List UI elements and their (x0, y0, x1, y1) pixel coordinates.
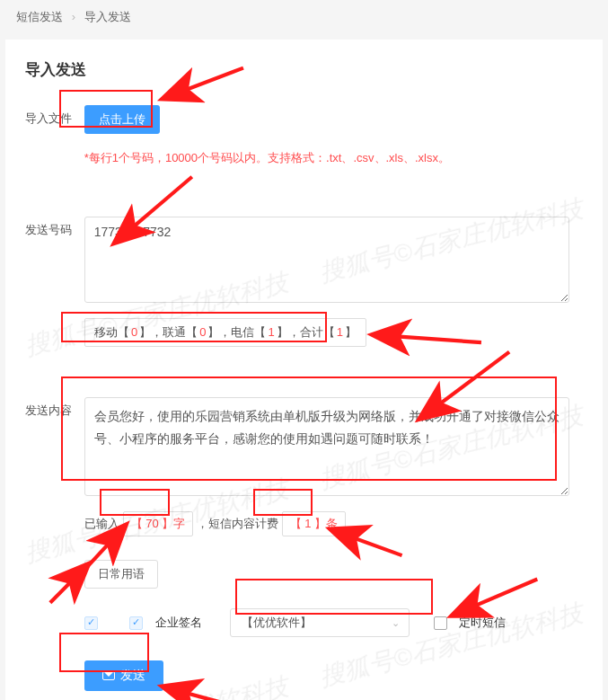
envelope-icon (102, 671, 115, 680)
label-phone: 发送号码 (25, 217, 81, 238)
count-mid: ，短信内容计费 (197, 517, 278, 530)
row-import-file: 导入文件 点击上传 *每行1个号码，10000个号码以内。支持格式：.txt、.… (25, 105, 583, 166)
count-chars-box: 【 70 】字 (123, 511, 194, 536)
row-send: 发送 (84, 660, 583, 691)
row-content: 发送内容 (25, 397, 583, 499)
stat-total: 1 (335, 325, 345, 339)
row-options: 企业签名 【优优软件】 ⌄ 定时短信 (84, 608, 583, 637)
label-signature: 企业签名 (155, 616, 202, 629)
checkbox-timed[interactable] (434, 616, 447, 630)
phone-textarea[interactable] (84, 217, 569, 303)
stat-unicom: 0 (198, 325, 207, 339)
checkbox-unknown[interactable] (84, 616, 98, 630)
svg-line-6 (50, 565, 88, 603)
content-textarea[interactable] (84, 397, 569, 496)
breadcrumb-item-import[interactable]: 导入发送 (84, 10, 131, 23)
upload-hint: *每行1个号码，10000个号码以内。支持格式：.txt、.csv、.xls、.… (84, 150, 569, 166)
chevron-down-icon: ⌄ (392, 617, 400, 629)
phone-stats-box: 移动【0】，联通【0】，电信【1】，合计【1】 (84, 318, 366, 347)
signature-value: 【优优软件】 (242, 616, 312, 629)
stat-mobile: 0 (129, 325, 139, 339)
send-label: 发送 (120, 668, 145, 684)
common-words-button[interactable]: 日常用语 (84, 560, 158, 589)
breadcrumb-item-sms[interactable]: 短信发送 (16, 10, 63, 23)
breadcrumb: 短信发送 › 导入发送 (0, 0, 608, 34)
row-phone: 发送号码 (25, 217, 583, 306)
label-import-file: 导入文件 (25, 105, 81, 127)
label-timed: 定时短信 (459, 616, 506, 629)
page-title: 导入发送 (25, 59, 583, 80)
row-count: 已输入 【 70 】字 ，短信内容计费 【 1 】条 (84, 511, 583, 536)
send-button[interactable]: 发送 (84, 660, 163, 691)
signature-select[interactable]: 【优优软件】 ⌄ (230, 608, 410, 637)
label-content: 发送内容 (25, 397, 81, 419)
row-common-words: 日常用语 (84, 560, 583, 589)
chevron-right-icon: › (66, 10, 81, 23)
count-pre: 已输入 (84, 517, 119, 530)
row-phone-stats: 移动【0】，联通【0】，电信【1】，合计【1】 (84, 318, 583, 347)
upload-button[interactable]: 点击上传 (84, 105, 160, 134)
stat-telecom: 1 (266, 325, 276, 339)
main-panel: 导入发送 导入文件 点击上传 *每行1个号码，10000个号码以内。支持格式：.… (5, 40, 603, 700)
count-msgs-box: 【 1 】条 (282, 511, 346, 536)
checkbox-signature[interactable] (129, 616, 143, 630)
